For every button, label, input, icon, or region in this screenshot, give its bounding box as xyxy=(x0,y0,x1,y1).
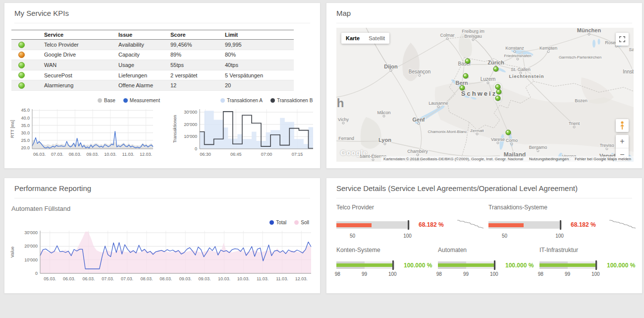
zoom-in-button[interactable]: + xyxy=(616,135,629,148)
cell-service: Telco Provider xyxy=(42,40,116,50)
svg-text:Transaktionen: Transaktionen xyxy=(172,115,177,143)
map-container[interactable]: hVichyFerrandLyonSaint-ÉtienneChambéryGr… xyxy=(336,28,634,162)
bullet-bar xyxy=(539,263,596,267)
bullet-target-marker xyxy=(560,220,561,230)
bullet-ticks: 50100 xyxy=(336,233,410,239)
table-row: Google Drive Capacity 89% 80% xyxy=(11,50,294,60)
map-type-satellit-button[interactable]: Satellit xyxy=(364,33,389,44)
svg-text:09.03.: 09.03. xyxy=(179,276,192,281)
kpi-status-dot xyxy=(18,72,25,78)
bullet-label: Konten-Systeme xyxy=(336,247,434,254)
svg-text:Schweiz: Schweiz xyxy=(461,90,497,97)
bullet-track xyxy=(336,221,410,229)
svg-text:10.03.: 10.03. xyxy=(104,152,116,157)
cell-issue: Capacity xyxy=(116,50,168,60)
svg-text:Treviso: Treviso xyxy=(599,143,614,148)
svg-text:Garmisch-Partenkirchen: Garmisch-Partenkirchen xyxy=(559,55,601,60)
attribution-text: Kartendaten © 2018 GeoBasis-DE/BKG (©200… xyxy=(383,157,523,161)
cell-score: 89% xyxy=(168,50,223,60)
svg-text:h: h xyxy=(337,96,344,110)
bullet-label: Automaten xyxy=(438,247,536,254)
bullet-bar xyxy=(438,263,494,267)
cell-service: WAN xyxy=(42,60,116,70)
cell-score: 12 xyxy=(168,80,223,91)
col-service: Service xyxy=(42,30,116,40)
svg-text:10'000: 10'000 xyxy=(24,257,38,262)
svg-text:Breisgau: Breisgau xyxy=(464,34,482,39)
terms-link[interactable]: Nutzungsbedingungen xyxy=(529,157,569,161)
bullet: Transaktions-Systeme 68.182 % 50100 xyxy=(488,204,637,239)
fuellstand-chart: 30'00020'00010'000005.03.06.03.06.03.07.… xyxy=(8,227,315,288)
bullet-track xyxy=(488,221,562,229)
table-row: WAN Usage 55tps 40tps xyxy=(11,60,294,70)
transaktionen-legend: Transaktionen ATransaktionen B xyxy=(220,98,313,103)
cell-service: SecurePost xyxy=(42,70,116,80)
kpi-status-dot xyxy=(18,62,25,68)
svg-text:Lyon: Lyon xyxy=(378,137,391,143)
map-attribution: Kartendaten © 2018 GeoBasis-DE/BKG (©200… xyxy=(381,156,634,162)
svg-text:20'000: 20'000 xyxy=(184,122,197,127)
map-type-karte-button[interactable]: Karte xyxy=(341,33,364,44)
cell-service: Google Drive xyxy=(42,50,116,60)
legend-item: Transaktionen A xyxy=(220,98,263,103)
svg-text:Besançon: Besançon xyxy=(409,69,430,74)
svg-text:Friedrichshafen: Friedrichshafen xyxy=(504,54,531,58)
svg-text:0: 0 xyxy=(195,146,197,151)
fullscreen-button[interactable] xyxy=(616,33,629,46)
bullet-ticks: 9899100 xyxy=(438,271,496,277)
svg-text:Trient: Trient xyxy=(569,121,580,126)
svg-text:30.0: 30.0 xyxy=(21,130,30,135)
legend-item: Base xyxy=(98,98,115,103)
kpi-status-dot xyxy=(18,42,25,48)
svg-text:Colmar: Colmar xyxy=(440,33,454,38)
cell-limit: 20 xyxy=(223,80,294,91)
report-error-link[interactable]: Fehler bei Google Maps melden xyxy=(575,157,631,161)
bullet-target-marker xyxy=(392,260,394,270)
svg-text:Vichy: Vichy xyxy=(338,117,349,122)
svg-text:45.0: 45.0 xyxy=(21,108,30,113)
bullet-track xyxy=(336,261,395,269)
legend-swatch-icon xyxy=(123,98,128,103)
map-marker-icon xyxy=(463,73,468,78)
svg-text:Luzern: Luzern xyxy=(481,76,496,82)
svg-text:07:00: 07:00 xyxy=(261,152,272,157)
cell-score: 55tps xyxy=(168,60,223,70)
svg-text:10.03.: 10.03. xyxy=(218,276,230,281)
svg-text:Value: Value xyxy=(10,247,15,257)
svg-text:08.03.: 08.03. xyxy=(160,276,172,281)
kpi-table-header: Service Issue Score Limit xyxy=(11,30,294,40)
bullet-sparkline xyxy=(608,219,637,231)
svg-text:Konstanz: Konstanz xyxy=(505,46,524,51)
bullet-ticks: 9899100 xyxy=(336,271,395,277)
bullet-sparkline xyxy=(456,219,485,231)
svg-text:20.0: 20.0 xyxy=(21,145,30,150)
svg-text:05.03.: 05.03. xyxy=(44,276,56,281)
kpi-table: Service Issue Score Limit Telco Provider… xyxy=(11,30,294,91)
svg-text:Mâcon: Mâcon xyxy=(377,110,390,115)
svg-text:07.03.: 07.03. xyxy=(121,276,133,281)
table-row: SecurePost Lieferungen 2 verspätet 5 Ver… xyxy=(11,70,294,80)
bullet: IT-Infrastruktur 100.000 % 9899100 xyxy=(539,247,638,277)
bullet-value: 68.182 % xyxy=(571,221,601,228)
svg-text:Como: Como xyxy=(506,138,518,143)
map-marker-icon xyxy=(493,66,498,71)
svg-text:11.03.: 11.03. xyxy=(276,276,288,281)
bullet-bar xyxy=(488,223,524,227)
svg-text:20'000: 20'000 xyxy=(24,244,38,249)
panel-service-details: Service Details (Service Level Agreement… xyxy=(326,178,643,294)
svg-text:07.03.: 07.03. xyxy=(51,152,63,157)
legend-item: Soll xyxy=(294,220,309,225)
google-logo[interactable]: Google xyxy=(340,148,368,157)
dashboard: { "panels": { "kpis": { "title": "My Ser… xyxy=(0,0,644,318)
pegman-icon xyxy=(619,121,625,130)
map-canvas[interactable]: hVichyFerrandLyonSaint-ÉtienneChambéryGr… xyxy=(336,28,634,162)
bullet-target-marker xyxy=(595,260,597,270)
pegman-button[interactable] xyxy=(616,119,629,132)
svg-text:08.03.: 08.03. xyxy=(69,152,81,157)
col-score: Score xyxy=(168,30,223,40)
col-limit: Limit xyxy=(223,30,294,40)
map-marker-icon xyxy=(460,85,465,90)
map-marker-icon xyxy=(496,89,501,94)
service-details-title: Service Details (Service Level Agreement… xyxy=(336,184,578,192)
svg-text:Chambéry: Chambéry xyxy=(407,149,428,154)
